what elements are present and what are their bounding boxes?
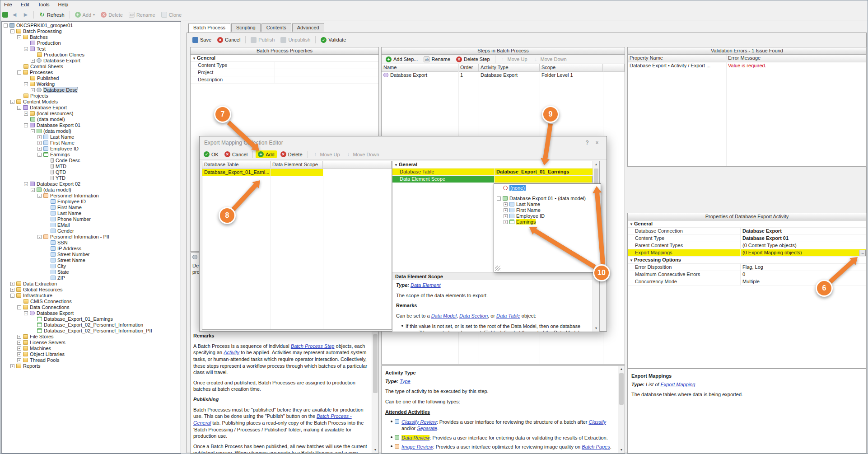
tree-item[interactable]: Phone Number [2, 216, 181, 222]
expand-box[interactable]: + [37, 141, 42, 145]
help-link[interactable]: Batch Process Step [291, 343, 335, 349]
rename-step-button[interactable]: abRename [421, 56, 453, 63]
collapse-box[interactable]: - [31, 188, 35, 192]
collapse-box[interactable]: - [10, 294, 14, 298]
tree-item[interactable]: Employee ID [2, 199, 181, 205]
tree-item[interactable]: -Working [2, 81, 181, 87]
tree-item[interactable]: -(data model) [2, 187, 181, 193]
tree-item[interactable]: -Infrastructure [2, 293, 181, 299]
scroll-up-icon[interactable]: ▲ [618, 366, 625, 372]
tree-item[interactable]: Street Name [2, 257, 181, 263]
tree-item[interactable]: Published [2, 75, 181, 81]
collapse-box[interactable]: - [24, 47, 28, 51]
unpublish-button[interactable]: Unpublish [278, 36, 313, 44]
data-element-scope-row[interactable]: Data Element Scope ▾ [392, 176, 599, 183]
validation-error-row[interactable]: Database Export • Activity / Export ... … [628, 62, 866, 70]
collapse-box[interactable]: - [24, 182, 28, 186]
tab-scripting[interactable]: Scripting [231, 23, 261, 32]
expand-box[interactable]: + [17, 341, 21, 345]
mapping-row[interactable]: Database_Export_01_Earni... [202, 169, 392, 176]
dialog-help-button[interactable]: ? [582, 140, 592, 146]
help-link[interactable]: Export Mapping [660, 382, 695, 387]
tree-item[interactable]: Database_Export_02_Personnel_Information… [2, 328, 181, 334]
tree-item[interactable]: +Object Libraries [2, 351, 181, 357]
expand-box[interactable]: + [31, 59, 35, 63]
tree-item[interactable]: Street Number [2, 252, 181, 257]
help-link[interactable]: Batch Pages [582, 444, 610, 449]
save-button[interactable]: Save [190, 36, 214, 44]
tree-item[interactable]: -Database Export 01 [2, 122, 181, 128]
tree-item[interactable]: Projects [2, 93, 181, 99]
collapse-box[interactable]: - [31, 129, 35, 133]
help-link[interactable]: Separate [417, 426, 437, 431]
menu-edit[interactable]: Edit [17, 0, 33, 9]
help-link[interactable]: Data Element [411, 282, 441, 288]
tree-item[interactable]: Production Clones [2, 52, 181, 58]
tree-item[interactable]: First Name [2, 205, 181, 211]
expand-box[interactable]: + [10, 364, 14, 368]
ellipsis-button[interactable]: … [859, 250, 866, 256]
expand-box[interactable]: + [17, 358, 21, 362]
back-button[interactable]: ◀ [9, 11, 19, 19]
column-header-error-message[interactable]: Error Message [726, 55, 866, 62]
collapse-box[interactable]: - [10, 29, 14, 33]
tree-item[interactable]: -Data Connections [2, 304, 181, 310]
tree-item[interactable]: -Database Export [2, 310, 181, 316]
tree-item[interactable]: Control Sheets [2, 64, 181, 70]
tree-item[interactable]: +Reports [2, 363, 181, 369]
collapse-box[interactable]: - [17, 106, 21, 110]
tree-item[interactable]: -Processes [2, 70, 181, 75]
column-header-name[interactable]: Name [382, 64, 458, 72]
property-row[interactable]: Maximum Consecutive Errors0 [628, 271, 866, 278]
step-row[interactable]: Database Export 1 Database Export Folder… [382, 72, 625, 79]
expand-box[interactable]: + [31, 88, 35, 92]
expand-box[interactable]: + [504, 220, 508, 224]
help-link[interactable]: Data Review [401, 435, 429, 440]
collapse-box[interactable]: - [4, 23, 8, 28]
tree-item[interactable]: +Database Export [2, 58, 181, 64]
dialog-ok-button[interactable]: ✓OK [201, 150, 221, 158]
tree-item[interactable]: Last Name [2, 211, 181, 216]
tree-item[interactable]: -Database Export [2, 105, 181, 111]
expand-box[interactable]: + [504, 214, 508, 218]
forward-button[interactable]: ▶ [21, 11, 31, 19]
collapse-box[interactable]: - [17, 70, 21, 75]
tree-item[interactable]: +Data Extraction [2, 281, 181, 287]
property-row[interactable]: Content Type [191, 62, 378, 69]
publish-button[interactable]: Publish [248, 36, 277, 44]
property-row[interactable]: Parent Content Types(0 Content Type obje… [628, 242, 866, 249]
tree-item[interactable]: Code Desc [2, 158, 181, 164]
tree-item[interactable]: MTD [2, 164, 181, 169]
tree-item[interactable]: CMIS Connections [2, 299, 181, 304]
collapse-box[interactable]: - [37, 153, 42, 157]
tree-item[interactable]: ZIP [2, 275, 181, 281]
help-link[interactable]: Classify Review [401, 419, 437, 425]
column-header-data-element-scope[interactable]: Data Element Scope [271, 161, 323, 169]
expand-box[interactable]: + [10, 288, 14, 292]
tree-item[interactable]: (data model) [2, 117, 181, 122]
tree-item[interactable]: Production [2, 40, 181, 46]
dialog-close-icon[interactable]: × [592, 140, 602, 146]
collapse-box[interactable]: - [24, 123, 28, 127]
collapse-box[interactable]: - [10, 100, 14, 104]
resize-grip[interactable] [495, 266, 500, 271]
tree-item[interactable]: State [2, 269, 181, 275]
dialog-delete-button[interactable]: ×Delete [278, 150, 305, 158]
expand-box[interactable]: + [17, 346, 21, 351]
property-row[interactable]: Description [191, 76, 378, 84]
collapse-box[interactable]: - [24, 311, 28, 315]
tree-item[interactable]: +Global Resources [2, 287, 181, 293]
collapse-box[interactable]: - [37, 194, 42, 198]
dialog-cancel-button[interactable]: ×Cancel [222, 150, 250, 158]
expand-box[interactable]: + [17, 352, 21, 356]
tab-advanced[interactable]: Advanced [292, 23, 324, 32]
dropdown-item[interactable]: -Database Export 01 • (data model) [495, 196, 600, 201]
dialog-move-down-button[interactable]: ↓Move Down [344, 150, 382, 158]
tree-item[interactable]: Gender [2, 228, 181, 234]
tab-batch-process[interactable]: Batch Process [188, 23, 230, 33]
dialog-add-button[interactable]: +Add [256, 150, 277, 158]
dropdown-item[interactable]: +Employee ID [495, 213, 600, 219]
tree-item[interactable]: -(data model) [2, 128, 181, 134]
expand-box[interactable]: + [37, 147, 42, 151]
collapse-box[interactable]: - [497, 197, 501, 201]
